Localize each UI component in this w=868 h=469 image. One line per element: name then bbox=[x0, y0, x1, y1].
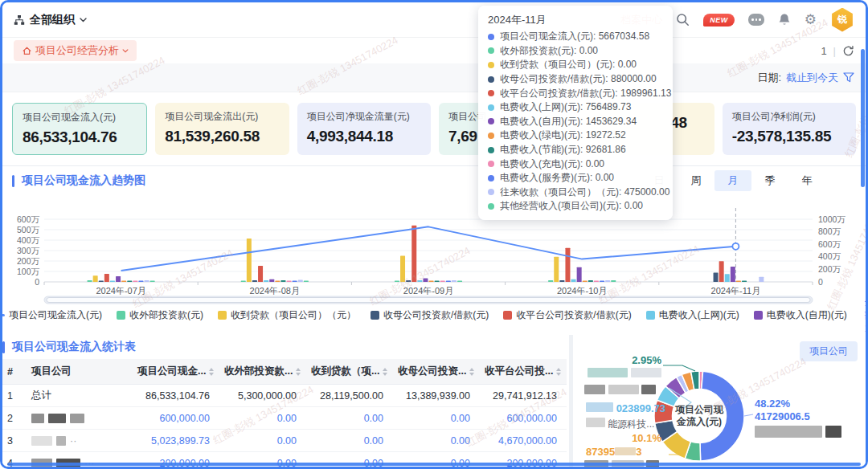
donut-callout-teal-pct: 2.95% bbox=[612, 354, 661, 366]
table-row-index: 1 bbox=[2, 385, 27, 407]
svg-text:400万: 400万 bbox=[818, 251, 841, 261]
svg-text:400万: 400万 bbox=[17, 235, 40, 245]
svg-text:1000万: 1000万 bbox=[818, 214, 845, 224]
masked-label bbox=[584, 385, 656, 397]
legend-item[interactable]: 收到贷款（项目公司）（元） bbox=[218, 308, 356, 322]
legend-item[interactable]: 收母公司投资款/借款(元) bbox=[371, 308, 489, 322]
legend-item[interactable]: 项目公司现金流入(元) bbox=[0, 308, 102, 322]
tooltip-item-text: 电费收入(充电)(元): 0.00 bbox=[500, 157, 604, 171]
legend-item[interactable]: 电费收入(上网)(元) bbox=[646, 308, 739, 322]
trend-header: 项目公司现金流入趋势图 日周月季年 bbox=[2, 166, 866, 195]
series-dot bbox=[488, 147, 494, 153]
table-cell-value: 5,023,899.73 bbox=[133, 430, 219, 452]
refresh-icon[interactable] bbox=[842, 45, 854, 57]
tooltip-item-text: 收到贷款（项目公司）(元): 0.00 bbox=[500, 58, 637, 71]
table-cell-value: 0.00 bbox=[306, 430, 393, 452]
table-header-label: # bbox=[7, 366, 13, 377]
series-dot bbox=[488, 34, 494, 40]
kpi-card-2[interactable]: 项目公司现金流出(元)81,539,260.58 bbox=[155, 103, 289, 155]
search-icon[interactable] bbox=[676, 13, 690, 27]
table-cell-value: 0.00 bbox=[219, 407, 306, 430]
filter-funnel-icon[interactable] bbox=[843, 72, 854, 83]
kpi-value: 86,533,104.76 bbox=[23, 128, 137, 146]
sort-icon[interactable] bbox=[209, 368, 214, 376]
period-button[interactable]: 年 bbox=[788, 170, 825, 191]
kpi-card-3[interactable]: 项目公司净现金流量(元)4,993,844.18 bbox=[297, 103, 431, 155]
tooltip-item-text: 电费收入(服务费)(元): 0.00 bbox=[500, 171, 614, 185]
svg-text:2024年-09月: 2024年-09月 bbox=[403, 286, 453, 296]
table-cell-value: 0.00 bbox=[393, 430, 480, 452]
legend-square-swatch bbox=[754, 311, 763, 320]
org-tree-icon bbox=[14, 14, 25, 26]
legend-item[interactable]: 电费收入(自用)(元) bbox=[754, 308, 847, 322]
tooltip-item-text: 电费收入(上网)(元): 756489.73 bbox=[500, 100, 631, 114]
tab-project-analysis[interactable]: 项目公司经营分析 bbox=[14, 40, 137, 61]
legend-item[interactable]: 收平台公司投资款/借款(元) bbox=[503, 308, 631, 322]
kpi-card-1[interactable]: 项目公司现金流入(元)86,533,104.76 bbox=[12, 103, 147, 155]
table-cell-value: 0.00 bbox=[219, 430, 306, 452]
table-header-cell[interactable]: 收母公司投资... bbox=[393, 359, 480, 385]
vertical-scrollbar-thumb[interactable] bbox=[861, 49, 865, 187]
donut-card: 项目公司 项目公司现金流入(元) 2.95% 023899.73 能源科技...… bbox=[573, 335, 866, 467]
avatar[interactable]: 锐 bbox=[830, 8, 854, 32]
table-cell-value: 5,300,000.00 bbox=[219, 385, 306, 407]
svg-text:200万: 200万 bbox=[818, 264, 841, 274]
trend-chart[interactable]: 0100万200万300万400万500万600万0200万400万600万80… bbox=[2, 195, 858, 306]
legend-item[interactable]: 收外部投资款(元) bbox=[117, 308, 203, 322]
new-badge[interactable]: NEW bbox=[703, 14, 735, 27]
date-filter-value[interactable]: 截止到今天 bbox=[786, 71, 838, 85]
table-header-cell[interactable]: 项目公司 bbox=[27, 359, 133, 385]
table-cell-value: 0.00 bbox=[393, 407, 480, 430]
message-icon[interactable] bbox=[748, 14, 764, 26]
table-header-cell[interactable]: 收到贷款（项... bbox=[306, 359, 393, 385]
horizontal-scrollbar-thumb[interactable] bbox=[7, 463, 861, 466]
svg-text:600万: 600万 bbox=[17, 214, 40, 224]
cash-inflow-table-card: 项目公司现金流入统计表 #项目公司项目公司现金...收外部投资款...收到贷款（… bbox=[2, 335, 569, 467]
svg-text:0: 0 bbox=[818, 277, 823, 287]
period-button[interactable]: 周 bbox=[678, 170, 714, 191]
org-selector[interactable]: 全部组织 bbox=[14, 13, 87, 27]
page-indicator: 1 | bbox=[821, 45, 854, 57]
donut-filter-badge[interactable]: 项目公司 bbox=[800, 341, 858, 361]
svg-text:0: 0 bbox=[35, 277, 39, 287]
tooltip-item: 电费收入(自用)(元): 1453629.34 bbox=[488, 115, 663, 129]
table-header-label: 收母公司投资... bbox=[398, 365, 466, 378]
table-header-cell[interactable]: 收平台公司投... bbox=[480, 359, 567, 385]
sort-icon[interactable] bbox=[296, 368, 301, 376]
series-dot bbox=[488, 62, 494, 68]
gear-icon[interactable]: ⚙ bbox=[805, 13, 817, 27]
legend-show-all-link[interactable]: 全部 13 bbox=[865, 296, 868, 334]
tooltip-item: 电费收入(充电)(元): 0.00 bbox=[488, 157, 663, 171]
tooltip-item: 收母公司投资款/借款(元): 880000.00 bbox=[488, 72, 663, 87]
table-header-cell[interactable]: 项目公司现金... bbox=[133, 359, 219, 385]
svg-text:2024年-10月: 2024年-10月 bbox=[557, 286, 607, 296]
sort-icon[interactable] bbox=[469, 368, 474, 376]
period-button[interactable]: 月 bbox=[714, 170, 751, 191]
sort-icon[interactable] bbox=[383, 368, 387, 376]
period-button[interactable]: 季 bbox=[751, 170, 788, 191]
kpi-label: 项目公司净利润(元) bbox=[732, 110, 846, 124]
masked-name-block bbox=[70, 414, 84, 423]
tooltip-item: 收外部投资款(元): 0.00 bbox=[488, 44, 663, 59]
kpi-label: 项目公司净现金流量(元) bbox=[307, 110, 421, 124]
table-header-cell[interactable]: # bbox=[2, 359, 27, 385]
bell-icon[interactable] bbox=[778, 13, 791, 27]
table-title: 项目公司现金流入统计表 bbox=[2, 340, 569, 354]
sort-icon[interactable] bbox=[556, 368, 561, 376]
page-number: 1 bbox=[821, 45, 826, 57]
legend-label: 收外部投资款(元) bbox=[129, 308, 203, 322]
legend-square-swatch bbox=[117, 311, 125, 320]
table-header-cell[interactable]: 收外部投资款... bbox=[219, 359, 306, 385]
svg-text:2024年-11月: 2024年-11月 bbox=[711, 286, 761, 296]
home-icon bbox=[22, 46, 32, 56]
table-header-label: 收平台公司投... bbox=[485, 365, 553, 378]
svg-text:2024年-08月: 2024年-08月 bbox=[250, 286, 300, 296]
kpi-card-6[interactable]: 项目公司净利润(元)-23,578,135.85 bbox=[723, 103, 856, 155]
trend-section: 项目公司现金流入趋势图 日周月季年 0100万200万300万400万500万6… bbox=[2, 166, 866, 335]
topbar: 全部组织 档案中心 NEW ⚙ 锐 bbox=[2, 2, 866, 38]
table-row-index: 3 bbox=[2, 430, 27, 452]
table-cell-value: 28,119,500.00 bbox=[306, 385, 393, 407]
svg-text:500万: 500万 bbox=[17, 225, 40, 234]
tooltip-item-text: 电费收入(节能)(元): 92681.86 bbox=[500, 143, 626, 157]
masked-value bbox=[588, 368, 661, 380]
